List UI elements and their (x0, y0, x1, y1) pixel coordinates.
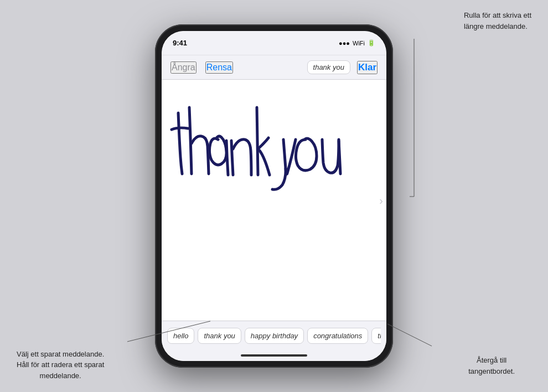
handwritten-text-svg (167, 91, 378, 202)
saved-msg-thankyou[interactable]: thank you (198, 328, 241, 344)
status-bar: 9:41 ●●● WiFi 🔋 (162, 31, 386, 55)
annotation-bottom-left: Välj ett sparat meddelande.Håll för att … (17, 349, 104, 381)
saved-msg-hello[interactable]: hello (167, 328, 194, 344)
status-icons: ●●● WiFi 🔋 (339, 39, 375, 47)
battery-icon: 🔋 (368, 39, 375, 47)
signal-icon: ●●● (339, 40, 350, 47)
scroll-chevron[interactable]: › (379, 194, 383, 207)
scene: 9:41 ●●● WiFi 🔋 Ångra Rensa thank you Kl… (0, 0, 548, 392)
undo-button[interactable]: Ångra (170, 61, 197, 74)
handwriting-area[interactable]: › (162, 80, 386, 321)
wifi-icon: WiFi (353, 40, 365, 47)
done-button[interactable]: Klar (357, 61, 378, 74)
toolbar-left: Ångra Rensa (170, 61, 233, 74)
annotation-top-right: Rulla för att skriva ettlängre meddeland… (464, 10, 531, 32)
annotation-bottom-right: Återgå tilltangentbordet. (468, 355, 515, 376)
iphone-frame: 9:41 ●●● WiFi 🔋 Ångra Rensa thank you Kl… (155, 24, 393, 368)
home-bar (241, 354, 307, 357)
svg-line-3 (387, 324, 432, 346)
saved-messages-row: hello thank you happy birthday congratul… (167, 326, 381, 345)
bottom-bar: hello thank you happy birthday congratul… (162, 321, 386, 350)
iphone-screen: 9:41 ●●● WiFi 🔋 Ångra Rensa thank you Kl… (162, 31, 386, 361)
home-indicator (162, 350, 386, 361)
saved-msg-congratulations[interactable]: congratulations (307, 328, 368, 344)
toolbar-right: thank you Klar (307, 60, 378, 74)
time-display: 9:41 (173, 39, 187, 47)
saved-msg-thinkingofyou[interactable]: thinking of you (371, 328, 381, 344)
clear-button[interactable]: Rensa (205, 61, 233, 74)
preview-chip: thank you (307, 60, 350, 74)
toolbar: Ångra Rensa thank you Klar (162, 55, 386, 80)
saved-msg-happybirthday[interactable]: happy birthday (245, 328, 304, 344)
